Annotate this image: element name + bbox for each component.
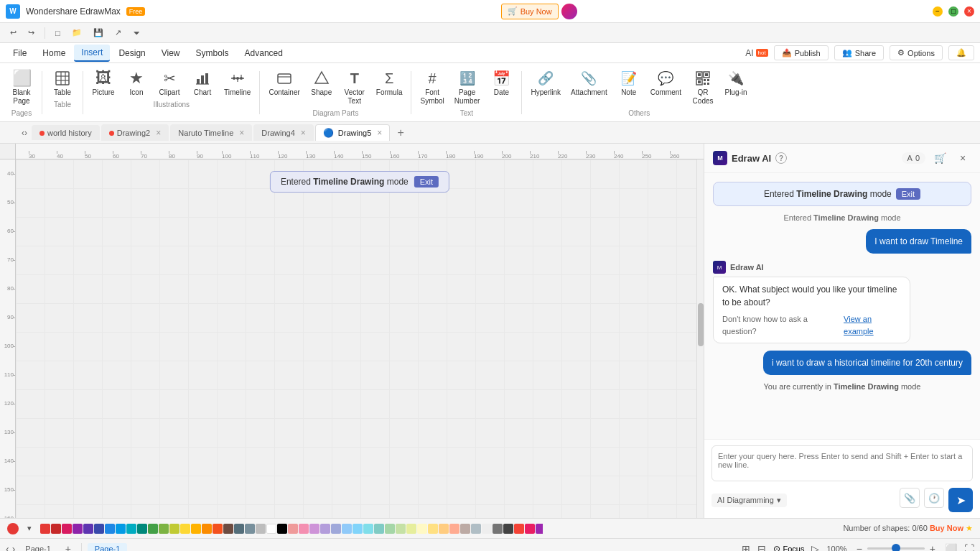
container-button[interactable]: Container <box>264 66 304 99</box>
color-lime[interactable] <box>169 524 179 534</box>
fullscreen-icon[interactable]: ⛶ <box>964 543 974 552</box>
color-blue[interactable] <box>105 524 115 534</box>
color-grey-dark[interactable] <box>503 524 513 534</box>
ai-mode-selector[interactable]: AI Diagramming ▾ <box>711 494 787 507</box>
ai-menu-item[interactable]: AI hot <box>745 48 767 58</box>
blank-page-button[interactable]: ⬜ BlankPage <box>6 66 37 108</box>
comment-button[interactable]: 💬 Comment <box>646 66 686 99</box>
color-red-2[interactable] <box>51 524 61 534</box>
color-orange[interactable] <box>202 524 212 534</box>
redo-button[interactable]: ↪ <box>24 27 39 39</box>
color-deep-purple-light[interactable] <box>320 524 330 534</box>
color-yellow[interactable] <box>180 524 190 534</box>
color-orange-light[interactable] <box>439 524 449 534</box>
notifications-button[interactable]: 🔔 <box>948 45 974 60</box>
tab-close-drawing4[interactable]: × <box>301 128 306 138</box>
color-yellow-light[interactable] <box>417 524 427 534</box>
tab-close-drawing2[interactable]: × <box>156 128 161 138</box>
page-tab-active[interactable]: Page-1 <box>88 543 127 552</box>
minimize-button[interactable]: − <box>933 6 943 17</box>
color-indigo-light[interactable] <box>331 524 341 534</box>
zoom-slider[interactable] <box>867 547 925 550</box>
history-button[interactable]: 🕐 <box>924 488 944 508</box>
vertical-scrollbar[interactable] <box>696 159 704 518</box>
color-light-blue-light[interactable] <box>353 524 363 534</box>
color-teal-light[interactable] <box>374 524 384 534</box>
color-black[interactable] <box>277 524 287 534</box>
ai-close-button[interactable]: × <box>954 149 971 167</box>
user-avatar[interactable] <box>561 4 577 19</box>
note-button[interactable]: 📝 Note <box>613 66 645 99</box>
mode-banner-exit-button[interactable]: Exit <box>414 176 439 187</box>
export-button[interactable]: ↗ <box>111 27 126 39</box>
color-blue-grey[interactable] <box>234 524 244 534</box>
color-amber[interactable] <box>191 524 201 534</box>
canvas-container[interactable]: Entered Timeline Drawing mode Exit <box>16 159 704 518</box>
menu-design[interactable]: Design <box>111 45 152 61</box>
menu-file[interactable]: File <box>6 45 34 61</box>
color-red-light[interactable] <box>288 524 298 534</box>
menu-home[interactable]: Home <box>35 45 73 61</box>
tab-close-naruto[interactable]: × <box>239 128 244 138</box>
tab-naruto-timeline[interactable]: Naruto Timeline × <box>170 124 252 141</box>
color-light-blue[interactable] <box>116 524 126 534</box>
undo-button[interactable]: ↩ <box>6 27 21 39</box>
color-purple[interactable] <box>73 524 83 534</box>
color-grey-1[interactable] <box>245 524 255 534</box>
menu-insert[interactable]: Insert <box>74 45 110 62</box>
color-blue-light[interactable] <box>342 524 352 534</box>
color-green[interactable] <box>148 524 158 534</box>
picture-button[interactable]: 🖼 Picture <box>88 66 119 99</box>
tab-drawing5[interactable]: 🔵 Drawing5 × <box>315 124 390 141</box>
page-nav-left[interactable]: ‹ <box>6 543 9 552</box>
color-brown-light[interactable] <box>460 524 470 534</box>
color-pink-2[interactable] <box>525 524 535 534</box>
tabs-nav-button[interactable]: ‹› <box>17 126 32 140</box>
zoom-out-button[interactable]: − <box>854 543 864 552</box>
qr-codes-button[interactable]: QRCodes <box>687 66 719 108</box>
send-button[interactable]: ➤ <box>948 488 973 512</box>
color-indigo[interactable] <box>94 524 104 534</box>
color-grey-light[interactable] <box>482 524 492 534</box>
color-light-green[interactable] <box>159 524 169 534</box>
color-pink[interactable] <box>62 524 72 534</box>
color-deep-purple[interactable] <box>83 524 93 534</box>
color-deep-orange[interactable] <box>213 524 223 534</box>
color-red-3[interactable] <box>514 524 524 534</box>
tab-drawing4[interactable]: Drawing4 × <box>253 124 313 141</box>
add-page-button[interactable]: + <box>61 542 75 552</box>
ai-help-button[interactable]: ? <box>775 152 787 164</box>
color-cyan[interactable] <box>126 524 136 534</box>
share-button[interactable]: 👥 Share <box>834 45 884 60</box>
menu-advanced[interactable]: Advanced <box>238 45 290 61</box>
focus-control[interactable]: ⊙ Focus <box>773 544 805 552</box>
options-button[interactable]: ⚙ Options <box>890 45 943 60</box>
hyperlink-button[interactable]: 🔗 Hyperlink <box>526 66 565 99</box>
menu-view[interactable]: View <box>154 45 187 61</box>
color-purple-2[interactable] <box>536 524 543 534</box>
play-icon[interactable]: ▷ <box>811 543 819 552</box>
color-cyan-light[interactable] <box>363 524 373 534</box>
zoom-in-button[interactable]: + <box>928 543 938 552</box>
color-teal[interactable] <box>137 524 147 534</box>
formula-button[interactable]: Σ Formula <box>372 66 407 99</box>
color-red-1[interactable] <box>40 524 50 534</box>
plug-in-button[interactable]: 🔌 Plug-in <box>720 66 752 99</box>
font-symbol-button[interactable]: # FontSymbol <box>416 66 448 108</box>
page-tab-1[interactable]: Page-1 <box>18 543 57 552</box>
close-button[interactable]: × <box>964 6 974 17</box>
publish-button[interactable]: 📤 Publish <box>774 45 829 60</box>
color-grey-2[interactable] <box>256 524 266 534</box>
menu-symbols[interactable]: Symbols <box>189 45 236 61</box>
ai-cart-button[interactable]: 🛒 <box>931 149 948 167</box>
maximize-button[interactable]: □ <box>948 6 958 17</box>
attach-button[interactable]: 📎 <box>900 488 920 508</box>
clipart-button[interactable]: ✂ Clipart <box>154 66 185 99</box>
color-light-green-light[interactable] <box>396 524 406 534</box>
color-amber-light[interactable] <box>428 524 438 534</box>
color-green-light[interactable] <box>385 524 395 534</box>
chat-input[interactable] <box>711 445 973 481</box>
color-pink-light[interactable] <box>299 524 309 534</box>
page-number-button[interactable]: 🔢 PageNumber <box>450 66 485 108</box>
buy-now-button[interactable]: 🛒 Buy Now <box>501 4 559 19</box>
